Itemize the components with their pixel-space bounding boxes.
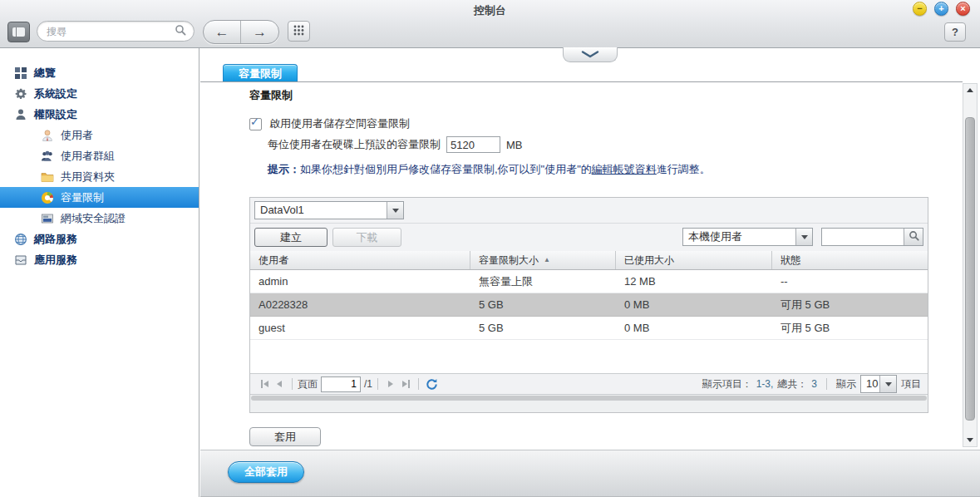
user-icon <box>40 128 54 142</box>
volume-select[interactable]: DataVol1 <box>254 201 404 219</box>
sidebar-toggle-button[interactable] <box>7 22 30 42</box>
sidebar-item-system-settings[interactable]: 系統設定 <box>0 83 199 104</box>
page-size-value: 10 <box>861 376 879 392</box>
page-label: 頁面 <box>298 377 318 391</box>
collapse-panel-button[interactable] <box>563 47 618 62</box>
create-button[interactable]: 建立 <box>254 228 327 247</box>
sidebar-item-label: 應用服務 <box>34 253 77 268</box>
sidebar-item-label: 容量限制 <box>61 190 104 205</box>
application-box-icon <box>13 253 27 267</box>
gear-icon <box>13 86 27 101</box>
apply-all-button[interactable]: 全部套用 <box>228 461 304 483</box>
items-label: 項目 <box>901 377 921 391</box>
cell-used: 0 MB <box>616 293 772 316</box>
page-total: /1 <box>364 378 372 390</box>
shared-folder-icon <box>40 170 54 184</box>
search-input[interactable] <box>45 25 175 38</box>
close-button[interactable]: × <box>956 2 970 16</box>
collapse-chevron-icon <box>580 48 600 61</box>
enable-quota-label: 啟用使用者儲存空間容量限制 <box>269 116 410 131</box>
cell-quota: 5 GB <box>470 293 616 316</box>
user-search-input[interactable] <box>822 229 904 245</box>
network-globe-icon <box>13 232 27 246</box>
hint-prefix: 提示： <box>268 163 300 175</box>
user-filter-select[interactable]: 本機使用者 <box>682 228 813 246</box>
first-page-button[interactable] <box>257 377 272 391</box>
cell-used: 0 MB <box>616 317 772 339</box>
column-header-status[interactable]: 狀態 <box>772 251 928 269</box>
content-area: 容量限制 容量限制 ✓ 啟用使用者儲存空間容量限制 每位使用者在硬碟上預設的容量… <box>200 48 980 497</box>
back-button[interactable]: ← <box>204 21 241 43</box>
sidebar-item-label: 網域安全認證 <box>61 211 126 226</box>
download-button[interactable]: 下載 <box>332 228 401 247</box>
global-search-box[interactable] <box>37 21 195 42</box>
minimize-button[interactable]: − <box>913 2 927 16</box>
pagination-bar: 頁面 /1 顯示項目： 1-3, 總共： 3 顯示 <box>250 373 928 395</box>
cell-status: 可用 5 GB <box>772 293 928 316</box>
refresh-button[interactable] <box>426 378 438 391</box>
window-controls: − + × <box>913 2 970 16</box>
total-label: 總共： <box>777 377 807 391</box>
enable-quota-checkbox[interactable]: ✓ <box>249 118 262 130</box>
horizontal-scroll-thumb[interactable] <box>251 396 927 401</box>
cell-status: 可用 5 GB <box>772 317 928 339</box>
quota-pie-icon <box>40 190 54 204</box>
page-number-input[interactable] <box>321 376 361 392</box>
cell-quota: 無容量上限 <box>470 270 616 293</box>
quota-table: 使用者 容量限制大小▲ 已使用大小 狀態 admin 無容量上限 12 MB -… <box>250 251 928 373</box>
vertical-scroll-thumb[interactable] <box>965 117 975 421</box>
next-page-button[interactable] <box>383 377 398 391</box>
column-header-quota[interactable]: 容量限制大小▲ <box>470 251 616 269</box>
sidebar-item-permissions[interactable]: 權限設定 <box>0 104 199 125</box>
quota-grid-panel: DataVol1 建立 下載 本機使用者 <box>249 197 928 413</box>
chevron-down-icon <box>387 202 403 219</box>
sidebar-item-users[interactable]: 使用者 <box>0 125 199 145</box>
main-menu-button[interactable] <box>288 21 310 42</box>
chevron-down-icon <box>795 229 812 245</box>
maximize-button[interactable]: + <box>934 2 948 16</box>
sidebar-item-shared-folders[interactable]: 共用資料夾 <box>0 166 199 187</box>
cell-quota: 5 GB <box>470 317 616 339</box>
edit-account-link[interactable]: 編輯帳號資料 <box>592 163 657 175</box>
scroll-down-icon <box>967 438 973 442</box>
previous-page-button[interactable] <box>272 377 287 391</box>
user-group-icon <box>40 149 54 163</box>
apply-button[interactable]: 套用 <box>249 427 321 446</box>
checkmark-icon: ✓ <box>250 116 259 128</box>
column-header-user[interactable]: 使用者 <box>250 251 470 269</box>
sidebar-item-application-services[interactable]: 應用服務 <box>0 249 199 270</box>
tab-quota[interactable]: 容量限制 <box>223 64 298 82</box>
hint-text: 提示：如果你想針對個別用戶修改儲存容量限制,你可以到"使用者"的編輯帳號資料進行… <box>268 162 711 177</box>
help-button[interactable]: ? <box>944 22 966 42</box>
display-items-value: 1-3, <box>756 378 774 390</box>
scroll-up-button[interactable] <box>963 84 977 96</box>
total-value: 3 <box>811 378 817 390</box>
sidebar-item-user-groups[interactable]: 使用者群組 <box>0 145 199 166</box>
sidebar-item-quota[interactable]: 容量限制 <box>0 187 199 208</box>
sidebar-item-network-services[interactable]: 網路服務 <box>0 229 199 249</box>
table-row[interactable]: guest 5 GB 0 MB 可用 5 GB <box>250 317 928 340</box>
sidebar-item-label: 使用者群組 <box>61 149 115 164</box>
enable-quota-row: ✓ 啟用使用者儲存空間容量限制 <box>249 116 410 131</box>
window-title: 控制台 <box>0 3 980 18</box>
user-search-box <box>821 228 923 246</box>
default-quota-input[interactable] <box>446 136 500 153</box>
page-size-select[interactable]: 10 <box>860 375 897 393</box>
user-search-button[interactable] <box>904 229 923 245</box>
display-items-label: 顯示項目： <box>702 377 752 391</box>
last-page-button[interactable] <box>398 377 413 391</box>
table-row[interactable]: admin 無容量上限 12 MB -- <box>250 270 928 293</box>
table-row[interactable]: A0228328 5 GB 0 MB 可用 5 GB <box>250 293 928 317</box>
horizontal-scrollbar[interactable] <box>250 395 928 412</box>
volume-select-row: DataVol1 <box>250 198 928 224</box>
sidebar-item-overview[interactable]: 總覽 <box>0 62 199 83</box>
forward-button[interactable]: → <box>241 21 278 43</box>
sidebar-toggle-icon <box>12 27 25 37</box>
pagination-summary: 顯示項目： 1-3, 總共： 3 顯示 10 項目 <box>702 375 921 393</box>
scroll-down-button[interactable] <box>963 434 977 446</box>
column-header-used[interactable]: 已使用大小 <box>616 251 772 269</box>
cell-used: 12 MB <box>616 270 772 293</box>
sidebar-item-domain-security[interactable]: 網域安全認證 <box>0 208 199 229</box>
vertical-scrollbar[interactable] <box>963 83 978 447</box>
sidebar-item-label: 網路服務 <box>34 232 77 247</box>
